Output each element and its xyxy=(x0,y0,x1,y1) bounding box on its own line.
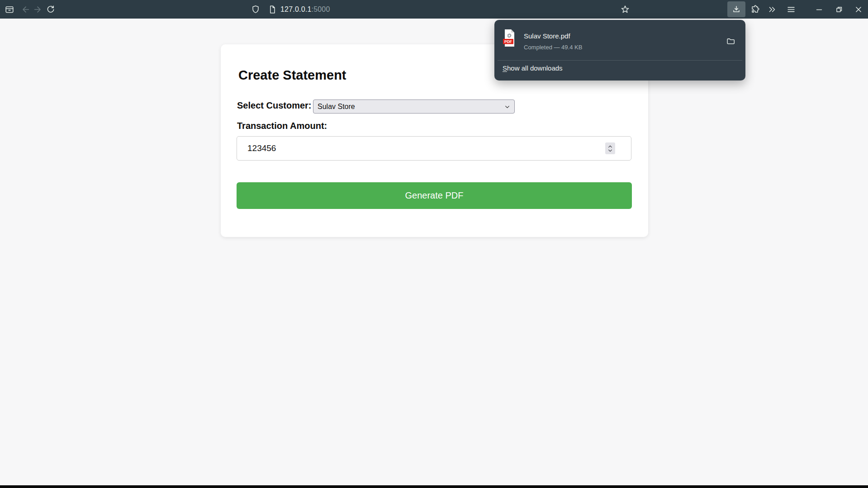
extensions-puzzle-icon[interactable] xyxy=(747,0,763,19)
show-all-downloads-link[interactable]: Show all downloads xyxy=(503,64,563,72)
download-file-status: Completed — 49.4 KB xyxy=(524,44,582,51)
download-icon xyxy=(731,5,741,14)
window-close-button[interactable] xyxy=(850,0,867,19)
pdf-file-icon: PDF xyxy=(502,29,516,47)
transaction-amount-input[interactable] xyxy=(237,136,631,161)
url-host: 127.0.0.1 xyxy=(280,5,312,13)
chevron-down-icon xyxy=(504,104,511,110)
page-title: Create Statement xyxy=(238,68,346,83)
reload-icon[interactable] xyxy=(43,0,59,19)
downloads-panel: PDF Sulav Store.pdf Completed — 49.4 KB … xyxy=(494,20,745,81)
tab-drawer-icon[interactable] xyxy=(1,0,18,19)
shield-icon[interactable] xyxy=(247,0,264,19)
window-minimize-button[interactable] xyxy=(811,0,827,19)
spinner-down-icon xyxy=(608,149,612,152)
download-file-name: Sulav Store.pdf xyxy=(524,32,570,40)
open-containing-folder-button[interactable] xyxy=(722,33,739,50)
show-all-accesskey: S xyxy=(503,64,507,72)
customer-select[interactable]: Sulav Store xyxy=(313,99,515,114)
overflow-chevrons-icon[interactable] xyxy=(764,0,780,19)
panel-divider xyxy=(498,60,742,61)
page-info-icon[interactable] xyxy=(264,0,280,19)
generate-pdf-button[interactable]: Generate PDF xyxy=(237,182,632,209)
url-bar[interactable]: 127.0.0.1:5000 xyxy=(280,0,330,19)
browser-toolbar: 127.0.0.1:5000 xyxy=(0,0,868,19)
show-all-label: how all downloads xyxy=(507,64,563,72)
select-customer-label: Select Customer: xyxy=(237,100,312,111)
spinner-up-icon xyxy=(608,145,612,148)
window-restore-button[interactable] xyxy=(831,0,847,19)
customer-select-value: Sulav Store xyxy=(318,103,355,110)
transaction-amount-label: Transaction Amount: xyxy=(237,121,327,131)
folder-icon xyxy=(726,36,735,46)
url-port: :5000 xyxy=(312,5,330,13)
menu-hamburger-icon[interactable] xyxy=(783,0,799,19)
pdf-badge-label: PDF xyxy=(504,39,512,44)
download-item-row[interactable]: PDF Sulav Store.pdf Completed — 49.4 KB xyxy=(494,24,745,59)
downloads-button[interactable] xyxy=(727,1,745,17)
number-spinner[interactable] xyxy=(605,142,615,154)
screen-bottom-edge xyxy=(0,485,868,488)
bookmark-star-icon[interactable] xyxy=(617,0,633,19)
